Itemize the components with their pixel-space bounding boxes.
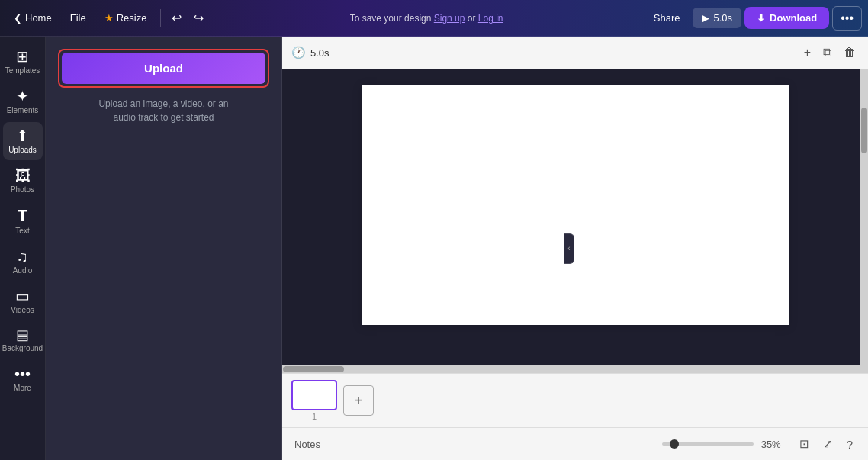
save-hint-text: To save your design Sign up or Log in bbox=[350, 13, 503, 24]
top-navigation: ❮ Home File ★ Resize ↩ ↪ To save your de… bbox=[0, 0, 868, 37]
chevron-left-icon: ❮ bbox=[14, 12, 22, 24]
canvas-actions: + ⧉ 🗑 bbox=[801, 43, 859, 63]
expand-icon: ⤢ bbox=[823, 437, 833, 450]
star-icon: ★ bbox=[104, 12, 114, 24]
file-button[interactable]: File bbox=[63, 8, 94, 28]
home-button[interactable]: ❮ Home bbox=[6, 8, 59, 28]
fit-to-screen-button[interactable]: ⊡ bbox=[796, 434, 812, 454]
elements-icon: ✦ bbox=[16, 88, 29, 104]
add-icon: + bbox=[804, 46, 811, 59]
upload-button[interactable]: Upload bbox=[62, 53, 265, 84]
duplicate-icon: ⧉ bbox=[823, 46, 831, 59]
upload-hint: Upload an image, a video, or anaudio tra… bbox=[58, 97, 269, 124]
notes-label: Notes bbox=[294, 439, 320, 450]
sidebar-item-text[interactable]: T Text bbox=[3, 201, 43, 241]
trash-icon: 🗑 bbox=[844, 46, 856, 59]
more-icon: ••• bbox=[14, 366, 31, 381]
fullscreen-button[interactable]: ⤢ bbox=[820, 434, 836, 454]
sidebar-item-more[interactable]: ••• More bbox=[3, 360, 43, 398]
redo-button[interactable]: ↪ bbox=[189, 8, 208, 29]
undo-button[interactable]: ↩ bbox=[167, 8, 186, 29]
fit-icon: ⊡ bbox=[799, 437, 809, 450]
horizontal-scrollbar[interactable] bbox=[282, 365, 860, 373]
vertical-scrollbar[interactable] bbox=[860, 69, 868, 373]
zoom-percentage: 35% bbox=[761, 439, 789, 450]
add-page-filmstrip-button[interactable]: + bbox=[343, 385, 374, 416]
play-icon: ▶ bbox=[702, 12, 709, 24]
nav-divider bbox=[160, 9, 161, 27]
add-page-button[interactable]: + bbox=[801, 43, 814, 63]
canvas-time: 🕐 5.0s bbox=[291, 46, 330, 60]
sidebar-item-audio[interactable]: ♫ Audio bbox=[3, 243, 43, 281]
canvas-scroll-area[interactable] bbox=[282, 69, 868, 340]
templates-icon: ⊞ bbox=[16, 49, 29, 64]
canvas-toolbar: 🕐 5.0s + ⧉ 🗑 bbox=[282, 37, 868, 69]
download-button[interactable]: ⬇ Download bbox=[744, 7, 829, 29]
canvas-page bbox=[362, 85, 789, 325]
sidebar-item-background[interactable]: ▤ Background bbox=[3, 322, 43, 359]
login-link[interactable]: Log in bbox=[478, 13, 503, 24]
play-button[interactable]: ▶ 5.0s bbox=[693, 8, 742, 28]
delete-page-button[interactable]: 🗑 bbox=[841, 43, 859, 63]
upload-button-wrapper: Upload bbox=[58, 49, 269, 88]
share-button[interactable]: Share bbox=[645, 8, 690, 28]
sidebar-item-templates[interactable]: ⊞ Templates bbox=[3, 43, 43, 81]
zoom-slider-thumb[interactable] bbox=[670, 439, 679, 449]
text-icon: T bbox=[18, 207, 27, 224]
sidebar: ⊞ Templates ✦ Elements ⬆ Uploads 🖼 Photo… bbox=[0, 37, 46, 460]
filmstrip-page-1[interactable] bbox=[291, 380, 337, 410]
signup-link[interactable]: Sign up bbox=[434, 13, 465, 24]
help-icon: ? bbox=[847, 438, 853, 451]
collapse-panel-button[interactable]: ‹ bbox=[564, 233, 574, 264]
zoom-slider[interactable] bbox=[662, 442, 754, 446]
sidebar-item-videos[interactable]: ▭ Videos bbox=[3, 282, 43, 320]
help-button[interactable]: ? bbox=[844, 435, 856, 454]
audio-icon: ♫ bbox=[17, 249, 28, 264]
background-icon: ▤ bbox=[16, 328, 29, 342]
resize-button[interactable]: ★ Resize bbox=[97, 8, 155, 28]
download-icon: ⬇ bbox=[757, 12, 765, 24]
duplicate-page-button[interactable]: ⧉ bbox=[820, 43, 834, 63]
sidebar-item-uploads[interactable]: ⬆ Uploads bbox=[3, 122, 43, 160]
filmstrip: 1 + bbox=[282, 373, 868, 427]
canvas-wrapper: ‹ 🕐 5.0s + ⧉ 🗑 bbox=[282, 37, 868, 460]
upload-panel: Upload Upload an image, a video, or anau… bbox=[46, 37, 282, 460]
sidebar-item-elements[interactable]: ✦ Elements bbox=[3, 82, 43, 121]
canvas-scroll-wrapper bbox=[282, 69, 868, 373]
notes-bar: Notes 35% ⊡ ⤢ ? bbox=[282, 427, 868, 460]
main-area: ⊞ Templates ✦ Elements ⬆ Uploads 🖼 Photo… bbox=[0, 37, 868, 460]
photos-icon: 🖼 bbox=[15, 168, 31, 183]
clock-icon: 🕐 bbox=[291, 46, 306, 60]
sidebar-item-photos[interactable]: 🖼 Photos bbox=[3, 162, 43, 200]
vertical-scrollbar-thumb[interactable] bbox=[861, 108, 867, 153]
videos-icon: ▭ bbox=[15, 288, 30, 304]
horizontal-scrollbar-thumb[interactable] bbox=[283, 366, 344, 372]
uploads-icon: ⬆ bbox=[16, 128, 29, 143]
more-options-button[interactable]: ••• bbox=[832, 6, 862, 31]
